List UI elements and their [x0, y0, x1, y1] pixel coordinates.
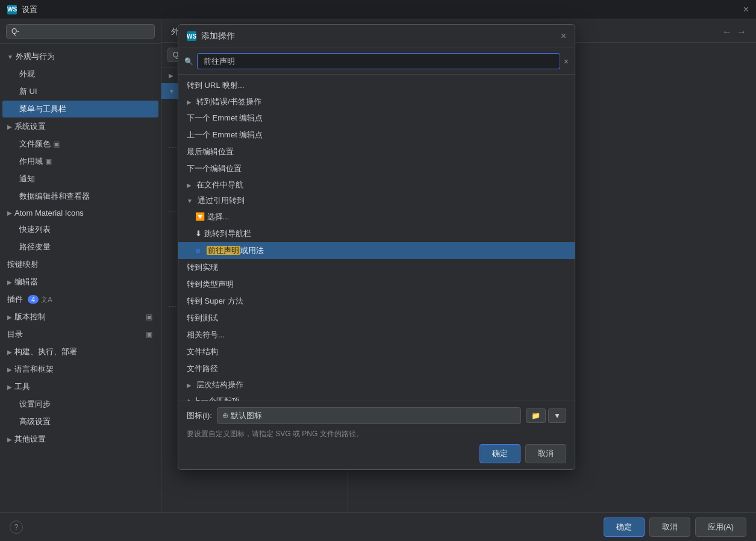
- dialog-item-goto-type-decl[interactable]: 转到类型声明: [178, 276, 575, 293]
- icon-folder-btn[interactable]: 📁: [526, 408, 546, 423]
- icon-dropdown-btn[interactable]: ▼: [548, 408, 566, 423]
- dialog-item-next-emmet[interactable]: 下一个 Emmet 编辑点: [178, 110, 575, 127]
- dialog-search-input[interactable]: [197, 53, 560, 69]
- dialog-item-prev-match[interactable]: ↑ 上一个匹配项: [178, 393, 575, 401]
- item-icon: ⊕: [195, 247, 201, 255]
- dialog-title-bar: WS 添加操作 ×: [178, 25, 575, 48]
- dialog-item-file-structure[interactable]: 文件结构: [178, 343, 575, 360]
- dialog-title: 添加操作: [201, 31, 556, 42]
- dialog-item-select[interactable]: 🔽 选择...: [178, 208, 575, 225]
- dialog-item-jump-navbar[interactable]: ⬇ 跳转到导航栏: [178, 225, 575, 242]
- default-icon-label: ⊕ 默认图标: [222, 410, 262, 421]
- dialog-confirm-button[interactable]: 确定: [480, 444, 520, 463]
- dialog-item-goto-test[interactable]: 转到测试: [178, 310, 575, 327]
- dialog-item-prev-emmet[interactable]: 上一个 Emmet 编辑点: [178, 127, 575, 143]
- dialog-item-related-symbol[interactable]: 相关符号...: [178, 327, 575, 343]
- chevron-right-icon: ▶: [187, 182, 192, 189]
- dialog-list: 转到 URL 映射... ▶ 转到错误/书签操作 下一个 Emmet 编辑点 上…: [178, 75, 575, 401]
- search-icon: 🔍: [184, 57, 193, 66]
- dialog-item-file-path[interactable]: 文件路径: [178, 360, 575, 377]
- dialog-item-last-edit[interactable]: 最后编辑位置: [178, 143, 575, 160]
- dialog-group-navigate-file[interactable]: ▶ 在文件中导航: [178, 177, 575, 193]
- dialog-clear-button[interactable]: ×: [564, 57, 569, 66]
- dialog-hint: 要设置自定义图标，请指定 SVG 或 PNG 文件的路径。: [187, 429, 566, 439]
- dialog-group-hierarchy[interactable]: ▶ 层次结构操作: [178, 377, 575, 393]
- add-action-dialog: WS 添加操作 × 🔍 × 转到 URL 映射... ▶ 转到错误/书签操作 下…: [178, 24, 575, 470]
- dialog-item-goto-decl[interactable]: ⊕ 前往声明或用法: [178, 242, 575, 259]
- dialog-icon-buttons: 📁 ▼: [526, 408, 566, 423]
- dialog-group-error-bookmark[interactable]: ▶ 转到错误/书签操作: [178, 94, 575, 110]
- chevron-down-icon: ▼: [187, 198, 193, 204]
- dialog-cancel-button[interactable]: 取消: [525, 444, 566, 463]
- dialog-icon-select[interactable]: ⊕ 默认图标: [217, 407, 521, 424]
- dialog-item-goto-super[interactable]: 转到 Super 方法: [178, 293, 575, 310]
- dialog-item-url-mapping[interactable]: 转到 URL 映射...: [178, 77, 575, 94]
- icon-label: 图标(I):: [187, 410, 212, 421]
- dialog-footer: 图标(I): ⊕ 默认图标 📁 ▼ 要设置自定义图标，请指定 SVG 或 PNG…: [178, 401, 575, 469]
- dialog-action-row: 确定 取消: [187, 444, 566, 463]
- dialog-icon-row: 图标(I): ⊕ 默认图标 📁 ▼: [187, 407, 566, 424]
- chevron-right-icon: ▶: [187, 99, 192, 105]
- dialog-icon: WS: [187, 31, 196, 41]
- dialog-close-button[interactable]: ×: [561, 31, 566, 42]
- dialog-search-bar: 🔍 ×: [178, 48, 575, 75]
- highlighted-text: 前往声明: [207, 246, 240, 255]
- chevron-right-icon: ▶: [187, 382, 192, 389]
- dialog-group-goto-by-ref[interactable]: ▼ 通过引用转到: [178, 193, 575, 208]
- dialog-item-goto-impl[interactable]: 转到实现: [178, 259, 575, 276]
- dialog-overlay: WS 添加操作 × 🔍 × 转到 URL 映射... ▶ 转到错误/书签操作 下…: [0, 0, 756, 541]
- dialog-item-next-edit[interactable]: 下一个编辑位置: [178, 160, 575, 177]
